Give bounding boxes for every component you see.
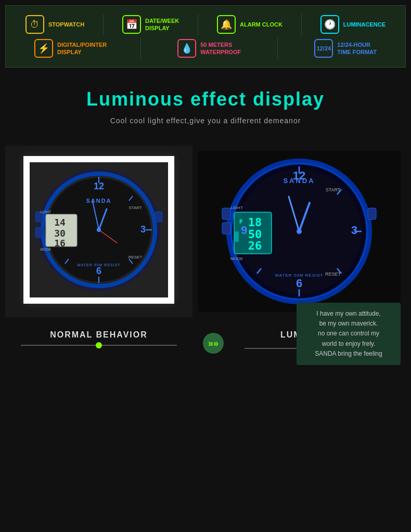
svg-text:LIGHT: LIGHT [41,210,52,214]
stopwatch-icon: ⏱ [25,15,44,34]
bottom-right: LUMINESCENCE I have my own attitude, be … [234,322,406,370]
luminacence-icon: 🕐 [320,15,339,34]
time-format-label: 12/24-HOURTIME FORMAT [337,41,377,56]
svg-text:26: 26 [248,239,262,252]
svg-text:3: 3 [140,224,146,235]
divider-1 [103,14,104,35]
svg-text:6: 6 [296,277,302,290]
features-bar: ⏱ STOPWATCH 📅 DATE/WEEKDISPLAY 🔔 ALARM C… [5,5,406,68]
watch-right-svg: P 18 50 26 SANDA START RESET LIGHT MODE … [198,151,401,312]
feature-date-week: 📅 DATE/WEEKDISPLAY [122,15,179,34]
svg-point-59 [297,229,302,234]
svg-text:3: 3 [351,224,357,237]
arrows-icon: »» [208,338,219,349]
watch-left-label-section: NORMAL BEHAVIOR [16,322,182,354]
svg-rect-3 [35,227,43,238]
slider-left-line [21,345,177,346]
svg-text:START: START [326,187,341,192]
alarm-label: ALARM CLOCK [240,21,282,28]
forward-arrows: »» [203,333,224,354]
svg-rect-33 [222,223,230,234]
divider-4 [140,38,141,59]
date-week-label: DATE/WEEKDISPLAY [145,17,179,32]
quote-text: I have my own attitude, be my own maveri… [315,310,382,357]
luminous-section: Luminous effect display Cool cool light … [0,73,411,130]
svg-rect-41 [235,231,239,242]
svg-point-27 [97,228,101,232]
feature-alarm: 🔔 ALARM CLOCK [217,15,282,34]
features-row-2: ⚡ DIGITAL/POINTERDISPLAY 💧 50 METERSWATE… [16,38,395,59]
svg-rect-34 [368,208,376,219]
feature-luminacence: 🕐 LUMINACENCE [320,15,386,34]
waterproof-label: 50 METERSWATERPROOF [200,41,241,56]
stopwatch-label: STOPWATCH [48,21,84,28]
watch-left-container: 14 30 16 LIGHT MODE SANDA START RESET 12… [5,146,192,317]
luminous-title: Luminous effect display [10,88,401,110]
feature-stopwatch: ⏱ STOPWATCH [25,15,84,34]
feature-waterproof: 💧 50 METERSWATERPROOF [177,39,241,58]
svg-text:RESET: RESET [129,255,143,259]
watch-left-frame: 14 30 16 LIGHT MODE SANDA START RESET 12… [23,156,174,304]
svg-text:START: START [129,205,142,210]
watches-comparison: 14 30 16 LIGHT MODE SANDA START RESET 12… [5,146,406,317]
digital-icon: ⚡ [34,39,53,58]
luminous-subtitle: Cool cool light effect,give you a differ… [10,116,401,125]
feature-digital: ⚡ DIGITAL/POINTERDISPLAY [34,39,104,58]
feature-time-format: 12/24 12/24-HOURTIME FORMAT [314,39,377,58]
watch-left-label: NORMAL BEHAVIOR [21,330,177,340]
date-week-icon: 📅 [122,15,141,34]
quote-box: I have my own attitude, be my own maveri… [297,303,401,365]
svg-text:MODE: MODE [230,256,243,261]
luminacence-label: LUMINACENCE [343,21,386,28]
svg-text:RESET: RESET [325,271,341,277]
alarm-icon: 🔔 [217,15,236,34]
bottom-section: NORMAL BEHAVIOR »» LUMINESCENCE [5,322,406,370]
svg-text:LIGHT: LIGHT [230,205,243,210]
watch-right-container: P 18 50 26 SANDA START RESET LIGHT MODE … [192,146,406,317]
svg-text:9: 9 [241,224,247,237]
svg-text:18: 18 [248,216,262,229]
features-row-1: ⏱ STOPWATCH 📅 DATE/WEEKDISPLAY 🔔 ALARM C… [16,14,395,35]
watch-left-slider [21,345,177,346]
svg-rect-4 [155,212,162,222]
arrow-section: »» [192,322,234,370]
svg-text:WATER 50M RESIST: WATER 50M RESIST [77,263,120,267]
watch-left-svg: 14 30 16 LIGHT MODE SANDA START RESET 12… [31,162,166,297]
svg-text:14: 14 [54,217,66,228]
divider-3 [301,14,302,35]
svg-text:WATER 50M RESIST: WATER 50M RESIST [275,273,324,278]
bottom-left: NORMAL BEHAVIOR [5,322,192,370]
svg-text:SANDA: SANDA [86,198,111,204]
digital-label: DIGITAL/POINTERDISPLAY [57,41,104,56]
svg-text:6: 6 [96,266,101,276]
watch-left-photo: 14 30 16 LIGHT MODE SANDA START RESET 12… [30,162,168,297]
svg-text:MODE: MODE [41,248,52,251]
time-format-icon: 12/24 [314,39,333,58]
watch-right-photo: P 18 50 26 SANDA START RESET LIGHT MODE … [198,151,401,312]
svg-rect-32 [222,208,230,219]
divider-5 [277,38,278,59]
divider-2 [198,14,198,35]
svg-text:16: 16 [54,238,66,249]
svg-text:30: 30 [54,228,66,239]
waterproof-icon: 💧 [177,39,196,58]
